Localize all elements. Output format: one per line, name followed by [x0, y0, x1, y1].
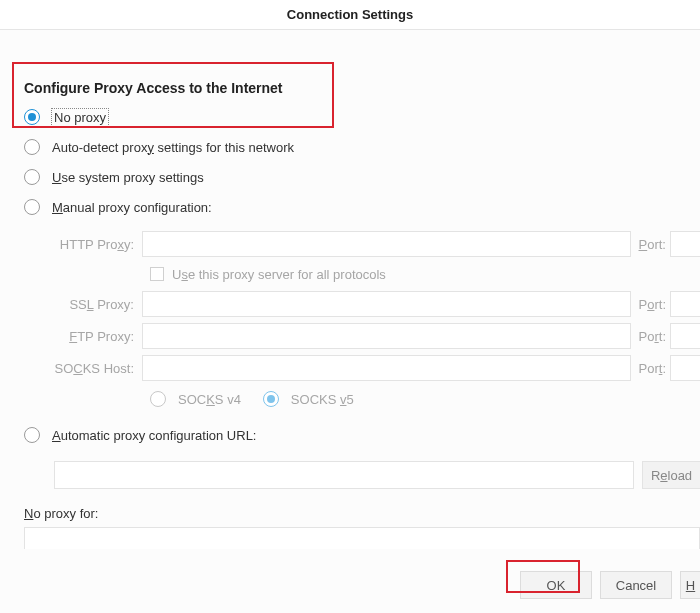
connection-settings-dialog: Connection Settings Configure Proxy Acce…: [0, 0, 700, 613]
manual-proxy-grid: HTTP Proxy: Port: Use this proxy server …: [54, 228, 700, 414]
ssl-proxy-input[interactable]: [142, 291, 631, 317]
cancel-button[interactable]: Cancel: [600, 571, 672, 599]
http-proxy-label: HTTP Proxy:: [54, 237, 142, 252]
ftp-proxy-input[interactable]: [142, 323, 631, 349]
socks-host-row: SOCKS Host: Port:: [54, 352, 700, 384]
radio-icon: [24, 139, 40, 155]
radio-label-auto-detect: Auto-detect proxy settings for this netw…: [52, 140, 294, 155]
no-proxy-for-textarea[interactable]: [24, 527, 700, 549]
socks-host-input[interactable]: [142, 355, 631, 381]
shared-proxy-label: Use this proxy server for all protocols: [172, 267, 386, 282]
radio-label-manual: Manual proxy configuration:: [52, 200, 212, 215]
shared-proxy-row[interactable]: Use this proxy server for all protocols: [150, 260, 700, 288]
http-port-label: Port:: [631, 237, 670, 252]
ssl-port-label: Port:: [631, 297, 670, 312]
ssl-proxy-row: SSL Proxy: Port:: [54, 288, 700, 320]
checkbox-icon: [150, 267, 164, 281]
socks5-label: SOCKS v5: [291, 392, 354, 407]
radio-icon: [24, 169, 40, 185]
socks-port-label: Port:: [631, 361, 670, 376]
ftp-port-label: Port:: [631, 329, 670, 344]
http-proxy-row: HTTP Proxy: Port:: [54, 228, 700, 260]
http-proxy-input[interactable]: [142, 231, 631, 257]
radio-icon: [24, 199, 40, 215]
radio-label-no-proxy: No proxy: [52, 109, 108, 126]
reload-button[interactable]: Reload: [642, 461, 700, 489]
radio-icon: [24, 109, 40, 125]
radio-icon: [24, 427, 40, 443]
radio-row-manual[interactable]: Manual proxy configuration:: [24, 192, 700, 222]
http-port-input[interactable]: [670, 231, 700, 257]
help-label: H: [686, 578, 695, 593]
no-proxy-for-block: No proxy for:: [24, 506, 700, 549]
section-heading: Configure Proxy Access to the Internet: [24, 80, 700, 96]
socks4-label: SOCKS v4: [178, 392, 241, 407]
radio-row-auto-detect[interactable]: Auto-detect proxy settings for this netw…: [24, 132, 700, 162]
pac-input-row: Reload: [54, 460, 700, 490]
dialog-buttons: OK Cancel H: [520, 571, 700, 599]
socks-version-row: SOCKS v4 SOCKS v5: [150, 384, 700, 414]
radio-label-system: Use system proxy settings: [52, 170, 204, 185]
radio-row-system[interactable]: Use system proxy settings: [24, 162, 700, 192]
socks-host-label: SOCKS Host:: [54, 361, 142, 376]
radio-icon[interactable]: [263, 391, 279, 407]
radio-row-pac[interactable]: Automatic proxy configuration URL:: [24, 420, 700, 450]
ftp-proxy-label: FTP Proxy:: [54, 329, 142, 344]
dialog-title: Connection Settings: [0, 0, 700, 30]
ftp-proxy-row: FTP Proxy: Port:: [54, 320, 700, 352]
no-proxy-for-label: No proxy for:: [24, 506, 700, 521]
pac-url-input[interactable]: [54, 461, 634, 489]
text: No proxy: [54, 110, 106, 125]
ssl-proxy-label: SSL Proxy:: [54, 297, 142, 312]
ftp-port-input[interactable]: [670, 323, 700, 349]
radio-row-no-proxy[interactable]: No proxy: [24, 102, 700, 132]
ssl-port-input[interactable]: [670, 291, 700, 317]
ok-button[interactable]: OK: [520, 571, 592, 599]
dialog-body: Configure Proxy Access to the Internet N…: [0, 30, 700, 549]
socks-port-input[interactable]: [670, 355, 700, 381]
help-button[interactable]: H: [680, 571, 700, 599]
radio-label-pac: Automatic proxy configuration URL:: [52, 428, 256, 443]
radio-icon[interactable]: [150, 391, 166, 407]
